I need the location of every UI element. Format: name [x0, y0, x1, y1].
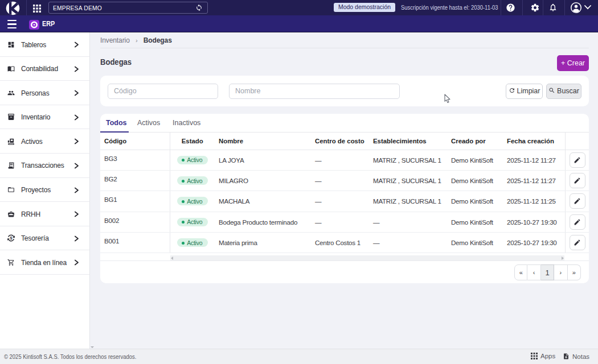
svg-text:$: $ [10, 236, 12, 241]
